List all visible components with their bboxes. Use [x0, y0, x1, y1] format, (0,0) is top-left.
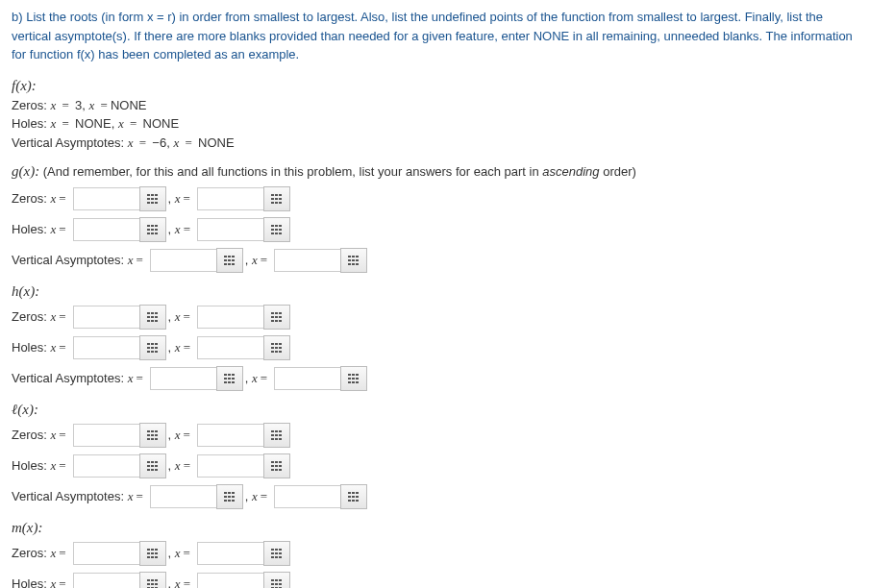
h-holes-input-2[interactable]: [197, 336, 264, 359]
h-va-input-1[interactable]: [150, 367, 217, 390]
svg-rect-16: [275, 202, 278, 204]
svg-rect-142: [275, 469, 278, 471]
svg-rect-80: [155, 351, 158, 353]
svg-rect-108: [147, 430, 150, 432]
g-zeros-input-1[interactable]: [73, 187, 140, 210]
keypad-icon[interactable]: [139, 305, 166, 330]
svg-rect-54: [147, 312, 150, 314]
l-header: ℓ(x):: [12, 402, 857, 418]
svg-rect-176: [279, 552, 282, 554]
svg-rect-141: [271, 469, 274, 471]
svg-rect-100: [352, 374, 355, 376]
svg-rect-89: [279, 351, 282, 353]
svg-rect-88: [275, 351, 278, 353]
g-holes-input-1[interactable]: [73, 218, 140, 241]
keypad-icon[interactable]: [340, 366, 367, 391]
keypad-icon[interactable]: [263, 186, 290, 211]
keypad-icon[interactable]: [216, 366, 243, 391]
g-holes-input-2[interactable]: [197, 218, 264, 241]
m-holes-input-1[interactable]: [73, 573, 140, 588]
svg-rect-169: [151, 556, 154, 558]
keypad-icon[interactable]: [139, 217, 166, 242]
keypad-icon[interactable]: [139, 186, 166, 211]
svg-rect-18: [147, 225, 150, 227]
svg-rect-122: [279, 434, 282, 436]
keypad-icon[interactable]: [216, 484, 243, 509]
svg-rect-29: [279, 225, 282, 227]
svg-rect-97: [228, 381, 231, 383]
svg-rect-98: [232, 381, 235, 383]
keypad-icon[interactable]: [263, 541, 290, 566]
svg-rect-152: [232, 500, 235, 502]
keypad-icon[interactable]: [340, 484, 367, 509]
h-zeros-input-2[interactable]: [197, 306, 264, 329]
svg-rect-58: [151, 316, 154, 318]
keypad-icon[interactable]: [263, 423, 290, 448]
f-header: f(x):: [12, 78, 857, 94]
svg-rect-19: [151, 225, 154, 227]
g-va-input-1[interactable]: [150, 249, 217, 272]
h-holes-input-1[interactable]: [73, 336, 140, 359]
svg-rect-33: [271, 233, 274, 234]
g-zeros-input-2[interactable]: [197, 187, 264, 210]
svg-rect-56: [155, 312, 158, 314]
svg-rect-165: [147, 552, 150, 554]
svg-rect-177: [271, 556, 274, 558]
svg-rect-32: [279, 229, 282, 231]
l-zeros-input-1[interactable]: [73, 424, 140, 447]
keypad-icon[interactable]: [139, 423, 166, 448]
keypad-icon[interactable]: [263, 217, 290, 242]
keypad-icon[interactable]: [263, 305, 290, 330]
svg-rect-161: [356, 500, 359, 502]
keypad-icon[interactable]: [263, 453, 290, 478]
svg-rect-110: [155, 430, 158, 432]
l-va-input-1[interactable]: [150, 485, 217, 508]
h-va-input-2[interactable]: [274, 367, 341, 390]
g-va-row: Vertical Asymptotes: x= , x=: [12, 247, 857, 274]
svg-rect-139: [275, 465, 278, 467]
svg-rect-51: [348, 263, 351, 265]
svg-rect-40: [228, 259, 231, 261]
svg-rect-106: [352, 381, 355, 383]
l-holes-input-2[interactable]: [197, 454, 264, 478]
svg-rect-48: [348, 259, 351, 261]
svg-rect-96: [224, 381, 227, 383]
svg-rect-23: [155, 229, 158, 231]
l-va-input-2[interactable]: [274, 485, 341, 508]
svg-rect-178: [275, 556, 278, 558]
keypad-icon[interactable]: [139, 453, 166, 478]
svg-rect-77: [155, 347, 158, 349]
keypad-icon[interactable]: [216, 248, 243, 273]
m-zeros-input-1[interactable]: [73, 542, 140, 565]
svg-rect-49: [352, 259, 355, 261]
svg-rect-70: [275, 320, 278, 322]
svg-rect-73: [151, 343, 154, 345]
m-holes-input-2[interactable]: [197, 573, 264, 588]
problem-intro: b) List the roots (in form x = r) in ord…: [12, 8, 857, 64]
svg-rect-134: [155, 469, 158, 471]
svg-rect-14: [279, 198, 282, 200]
svg-rect-30: [271, 229, 274, 231]
keypad-icon[interactable]: [139, 572, 166, 588]
svg-rect-183: [147, 583, 150, 585]
svg-rect-130: [151, 465, 154, 467]
svg-rect-149: [232, 496, 235, 498]
keypad-icon[interactable]: [340, 248, 367, 273]
svg-rect-137: [279, 461, 282, 463]
h-zeros-input-1[interactable]: [73, 306, 140, 329]
l-zeros-input-2[interactable]: [197, 424, 264, 447]
svg-rect-78: [147, 351, 150, 353]
svg-rect-111: [147, 434, 150, 436]
keypad-icon[interactable]: [263, 335, 290, 360]
l-holes-input-1[interactable]: [73, 454, 140, 478]
keypad-icon[interactable]: [139, 335, 166, 360]
keypad-icon[interactable]: [139, 541, 166, 566]
svg-rect-127: [151, 461, 154, 463]
svg-rect-62: [155, 320, 158, 322]
svg-rect-172: [275, 549, 278, 551]
g-va-input-2[interactable]: [274, 249, 341, 272]
m-zeros-input-2[interactable]: [197, 542, 264, 565]
svg-rect-52: [352, 263, 355, 265]
svg-rect-45: [348, 256, 351, 257]
keypad-icon[interactable]: [263, 572, 290, 588]
